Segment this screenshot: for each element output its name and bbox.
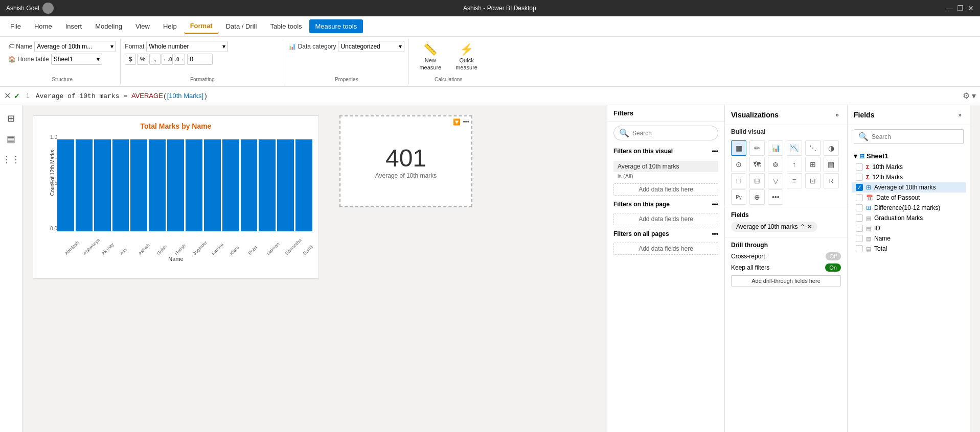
filter-page-more[interactable]: •••	[712, 201, 718, 208]
dollar-btn[interactable]: $	[125, 54, 136, 65]
chart-container[interactable]: Total Marks by Name Count of 12th Marks …	[33, 115, 319, 279]
checkbox-3[interactable]	[856, 194, 863, 201]
viz-btn-scatter[interactable]: ⋱	[805, 140, 821, 156]
filter-search-input[interactable]	[632, 130, 713, 137]
field-item-6[interactable]: ▤ ID	[852, 223, 966, 233]
viz-btn-column[interactable]: 📉	[787, 140, 802, 156]
field-chip-sort[interactable]: ⌃	[800, 223, 805, 230]
ribbon: 🏷 Name Average of 10th m... ▾ 🏠 Home tab…	[0, 37, 980, 87]
viz-btn-bar[interactable]: ▦	[731, 140, 746, 156]
fields-table-header[interactable]: ▾ ⊞ Sheet1	[852, 150, 966, 162]
left-icon-model[interactable]: ⋮⋮	[2, 150, 20, 169]
menu-insert[interactable]: Insert	[59, 19, 88, 33]
quick-measure-button[interactable]: ⚡ Quick measure	[449, 41, 484, 73]
field-item-5[interactable]: ▤ Graduation Marks	[852, 213, 966, 223]
field-chip-remove[interactable]: ✕	[807, 223, 812, 230]
filter-icon[interactable]: 🔽	[453, 118, 461, 126]
card-visual[interactable]: 🔽 ••• 401 Average of 10th marks	[339, 115, 472, 207]
menu-measure-tools[interactable]: Measure tools	[309, 19, 363, 33]
fields-search-input[interactable]	[872, 133, 959, 140]
fields-panel-collapse[interactable]: »	[956, 110, 964, 119]
field-item-7[interactable]: ▤ Name	[852, 233, 966, 244]
checkbox-2[interactable]: ✓	[856, 184, 863, 191]
drill-through-label: Drill through	[731, 242, 841, 249]
field-item-8[interactable]: ▤ Total	[852, 244, 966, 254]
menu-view[interactable]: View	[129, 19, 156, 33]
filter-all-pages-more[interactable]: •••	[712, 230, 718, 237]
filter-add-visual-btn[interactable]: Add data fields here	[613, 183, 718, 196]
close-button[interactable]: ✕	[968, 4, 974, 12]
menu-modeling[interactable]: Modeling	[89, 19, 128, 33]
fields-search[interactable]: 🔍	[854, 129, 964, 144]
viz-btn-table[interactable]: ▤	[824, 157, 839, 172]
name-input[interactable]: Average of 10th m... ▾	[34, 41, 116, 52]
x-label-1: Aishwarya	[82, 247, 92, 256]
viz-btn-pie[interactable]: ◑	[824, 140, 839, 156]
formula-confirm-button[interactable]: ✓	[14, 92, 20, 100]
viz-btn-more[interactable]: •••	[768, 189, 783, 205]
home-table-input[interactable]: Sheet1 ▾	[51, 54, 102, 65]
checkbox-0[interactable]	[856, 163, 863, 171]
add-drill-btn[interactable]: Add drill-through fields here	[731, 275, 841, 286]
percent-btn[interactable]: %	[137, 54, 148, 65]
checkbox-5[interactable]	[856, 214, 863, 222]
table-icon-4: ⊞	[866, 204, 871, 211]
viz-btn-r[interactable]: R	[824, 173, 839, 188]
viz-btn-matrix[interactable]: ⊞	[805, 157, 821, 172]
viz-btn-funnel[interactable]: ▽	[768, 173, 783, 188]
left-icon-report[interactable]: ⊞	[2, 109, 20, 128]
checkbox-6[interactable]	[856, 225, 863, 232]
filter-visual-more[interactable]: •••	[712, 148, 718, 155]
new-measure-button[interactable]: 📏 New measure	[413, 41, 447, 73]
formula-settings-icon[interactable]: ⚙ ▾	[963, 91, 976, 101]
left-icon-table[interactable]: ▤	[2, 130, 20, 148]
filter-add-page-btn[interactable]: Add data fields here	[613, 213, 718, 225]
format-dropdown[interactable]: Whole number ▾	[146, 41, 228, 52]
x-label-10: Rohit	[247, 247, 257, 256]
field-item-4[interactable]: ⊞ Difference(10-12 marks)	[852, 203, 966, 213]
field-item-1[interactable]: Σ 12th Marks	[852, 172, 966, 182]
increase-decimal-btn[interactable]: .0→	[174, 54, 185, 65]
cross-report-toggle[interactable]: Off	[826, 252, 841, 260]
menu-file[interactable]: File	[4, 19, 27, 33]
viz-btn-map[interactable]: 🗺	[749, 157, 765, 172]
field-name-5: Graduation Marks	[874, 214, 923, 222]
viz-btn-area[interactable]: 📊	[768, 140, 783, 156]
checkbox-4[interactable]	[856, 204, 863, 211]
viz-btn-custom[interactable]: ⊕	[749, 189, 765, 205]
menu-data-drill[interactable]: Data / Drill	[220, 19, 263, 33]
viz-btn-py[interactable]: Py	[731, 189, 746, 205]
field-item-0[interactable]: Σ 10th Marks	[852, 162, 966, 172]
minimize-button[interactable]: —	[946, 4, 953, 12]
keep-all-filters-toggle[interactable]: On	[825, 263, 841, 272]
menu-table-tools[interactable]: Table tools	[264, 19, 308, 33]
viz-panel-collapse[interactable]: »	[833, 110, 841, 119]
decrease-decimal-btn[interactable]: ←.0	[162, 54, 173, 65]
more-options-icon[interactable]: •••	[463, 118, 469, 126]
viz-btn-kpi[interactable]: ↑	[787, 157, 802, 172]
x-label-6: Harish	[174, 247, 183, 256]
menu-home[interactable]: Home	[28, 19, 58, 33]
field-item-2[interactable]: ✓ ⊞ Average of 10th marks	[852, 182, 966, 193]
filter-visual-content: Average of 10th marks is (All)	[607, 158, 724, 181]
viz-btn-line[interactable]: ✏	[749, 140, 765, 156]
formula-cancel-button[interactable]: ✕	[4, 91, 11, 101]
viz-btn-donut[interactable]: ⊙	[731, 157, 746, 172]
filter-search[interactable]: 🔍	[613, 126, 718, 140]
viz-btn-waterfall[interactable]: ≡	[787, 173, 802, 188]
viz-btn-card[interactable]: □	[731, 173, 746, 188]
viz-btn-multi-card[interactable]: ⊟	[749, 173, 765, 188]
checkbox-7[interactable]	[856, 235, 863, 242]
menu-help[interactable]: Help	[157, 19, 183, 33]
number-format-input[interactable]	[187, 54, 213, 65]
viz-btn-ribbon[interactable]: ⊡	[805, 173, 821, 188]
maximize-button[interactable]: ❐	[957, 4, 964, 12]
viz-btn-gauge[interactable]: ⊚	[768, 157, 783, 172]
filter-add-all-pages-btn[interactable]: Add data fields here	[613, 243, 718, 255]
menu-format[interactable]: Format	[184, 19, 219, 34]
checkbox-8[interactable]	[856, 245, 863, 252]
field-item-3[interactable]: 📅 Date of Passout	[852, 193, 966, 203]
checkbox-1[interactable]	[856, 174, 863, 181]
data-category-dropdown[interactable]: Uncategorized ▾	[338, 41, 404, 52]
comma-btn[interactable]: ,	[149, 54, 161, 65]
